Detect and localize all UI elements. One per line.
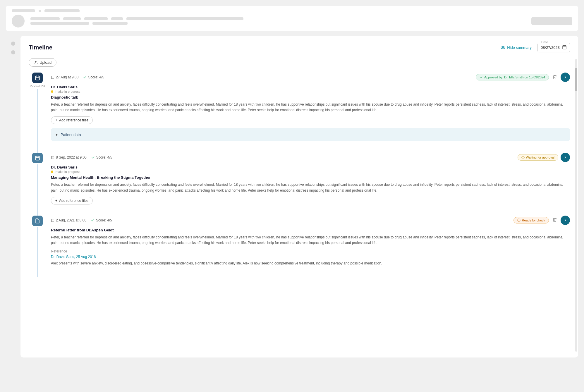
entry3-meta: 2 Aug, 2021 at 8:00 Score: 4/5	[51, 218, 112, 222]
entry2-meta: 8 Sep, 2022 at 9:00 Score: 4/5	[51, 155, 112, 159]
svg-point-1	[502, 47, 504, 48]
entry2-content: 8 Sep, 2022 at 9:00 Score: 4/5	[51, 153, 570, 215]
entry1-score: Score: 4/5	[83, 75, 104, 79]
trash-icon	[552, 75, 557, 79]
svg-rect-13	[35, 156, 39, 160]
upload-icon	[34, 61, 38, 65]
entry2-status-badge: Waiting for approval	[518, 154, 558, 161]
entry3-delete-button[interactable]	[551, 216, 558, 224]
timeline-left-2	[29, 153, 46, 215]
timeline-line-3	[37, 227, 38, 277]
entry1-status: Intake in progress	[51, 90, 570, 93]
entry3-date: 2 Aug, 2021 at 8:00	[51, 218, 86, 222]
calendar-small-icon-3	[51, 219, 54, 222]
entry3-ref-text: Alex presents with severe anxiety, disor…	[51, 261, 570, 266]
nav-skel-5	[84, 17, 108, 20]
entry1-date: 27 Aug at 9:00	[51, 75, 78, 79]
nav-skel-6	[111, 17, 123, 20]
calendar-small-icon-2	[51, 156, 54, 159]
date-field: Date 08/27/2023	[537, 43, 570, 52]
chevron-down-icon: ▾	[56, 132, 58, 137]
entry2-add-reference-button[interactable]: + Add reference files	[51, 197, 93, 204]
calendar-picker-button[interactable]	[562, 45, 567, 50]
entry2-score: Score: 4/5	[91, 155, 112, 159]
patient-data-row[interactable]: ▾ Patient data	[51, 128, 570, 141]
scrollbar-track[interactable]	[575, 59, 577, 352]
timeline-section-1: 27-8-2023 27 Aug at 9:00	[29, 73, 570, 153]
top-nav	[6, 6, 578, 31]
status-dot-2	[51, 171, 53, 173]
entry2-text: Peter, a teacher referred for depression…	[51, 182, 570, 193]
check-icon	[83, 75, 87, 79]
entry3-text: Peter, a teacher referred for depression…	[51, 235, 570, 246]
nav-skel-1	[12, 9, 35, 12]
check-badge-icon	[480, 76, 483, 79]
date-value: 08/27/2023	[541, 45, 560, 50]
info-icon-2	[517, 219, 521, 222]
timeline-section-2: 8 Sep, 2022 at 9:00 Score: 4/5	[29, 153, 570, 215]
info-icon	[521, 156, 525, 159]
svg-rect-11	[51, 76, 54, 79]
svg-rect-22	[51, 219, 54, 222]
scrollbar-thumb[interactable]	[575, 68, 577, 91]
entry3-ref-label: Reference	[51, 249, 570, 253]
page-title: Timeline	[29, 44, 52, 51]
hide-summary-button[interactable]: Hide summary	[501, 45, 532, 50]
timeline-section-3: 2 Aug, 2021 at 8:00 Score: 4/5	[29, 216, 570, 277]
nav-dot	[39, 10, 41, 12]
svg-point-0	[501, 47, 505, 49]
entry3-status-badge: Ready for check	[513, 217, 549, 223]
entry3-ref-link[interactable]: Dr. Davis Saris, 25 Aug 2018	[51, 255, 96, 259]
plus-icon-2: +	[55, 199, 57, 203]
entry3-icon	[32, 216, 43, 226]
entry2-icon	[32, 153, 43, 163]
svg-rect-17	[51, 156, 54, 159]
chevron-right-icon-3	[563, 218, 567, 222]
panel-header: Timeline Hide summary Date 08/27/2023	[29, 43, 570, 52]
sidebar-dot-1	[11, 42, 15, 46]
timeline-left-1: 27-8-2023	[29, 73, 46, 153]
chevron-right-icon-2	[563, 155, 567, 159]
upload-button[interactable]: Upload	[29, 58, 56, 67]
entry1-status-badge: Approved by: Dr. Ella Smith on 15/03/202…	[476, 74, 549, 80]
nav-skel-9	[92, 22, 128, 25]
entry1-title: Diagnostic talk	[51, 95, 570, 99]
header-right: Hide summary Date 08/27/2023	[501, 43, 570, 52]
avatar	[12, 15, 25, 27]
calendar-small-icon	[51, 75, 54, 79]
entry2-expand-button[interactable]	[561, 153, 570, 162]
calendar-entry2-icon	[35, 155, 40, 161]
sidebar	[6, 36, 20, 357]
entry1-meta: 27 Aug at 9:00 Score: 4/5	[51, 75, 104, 79]
entry1-expand-button[interactable]	[561, 73, 570, 82]
entry2-date: 8 Sep, 2022 at 9:00	[51, 155, 87, 159]
entry3-title: Referral letter from Dr.Aspen Geidt	[51, 228, 570, 232]
nav-skel-7	[126, 17, 243, 20]
entry1-doctor: Dr. Davis Saris	[51, 85, 570, 89]
timeline-line-2	[37, 164, 38, 215]
calendar-entry-icon	[35, 75, 40, 80]
entry1-delete-button[interactable]	[551, 73, 558, 81]
entry1-add-reference-button[interactable]: + Add reference files	[51, 116, 93, 124]
entry3-score: Score: 4/5	[91, 218, 112, 222]
entry3-actions: Ready for check	[513, 216, 570, 225]
entry1-text: Peter, a teacher referred for depression…	[51, 102, 570, 113]
nav-skel-4	[63, 17, 81, 20]
entry1-content: 27 Aug at 9:00 Score: 4/5	[51, 73, 570, 153]
nav-skel-3	[30, 17, 60, 20]
entry3-content: 2 Aug, 2021 at 8:00 Score: 4/5	[51, 216, 570, 277]
calendar-icon	[562, 45, 567, 49]
plus-icon: +	[55, 118, 57, 122]
nav-skel-2	[44, 9, 80, 12]
chevron-right-icon	[563, 75, 567, 79]
entry1-date-label: 27-8-2023	[30, 84, 45, 88]
timeline-left-3	[29, 216, 46, 277]
main-panel: Timeline Hide summary Date 08/27/2023	[20, 36, 578, 357]
entry1-actions: Approved by: Dr. Ella Smith on 15/03/202…	[476, 73, 570, 82]
eye-icon	[501, 45, 505, 50]
entry3-expand-button[interactable]	[561, 216, 570, 225]
status-dot	[51, 90, 53, 93]
entry3-header: 2 Aug, 2021 at 8:00 Score: 4/5	[51, 216, 570, 225]
check-icon-3	[91, 219, 95, 222]
svg-rect-2	[563, 46, 566, 49]
